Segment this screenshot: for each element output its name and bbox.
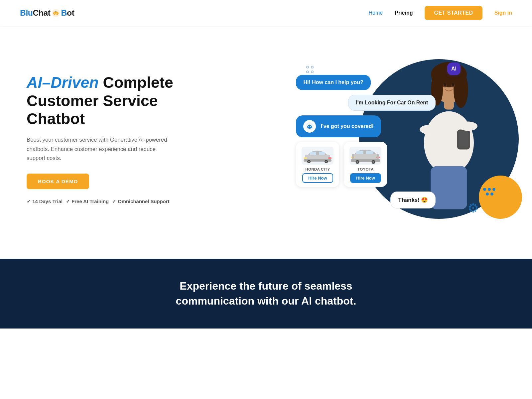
svg-point-34 bbox=[326, 161, 327, 163]
chat-bubbles-container: Hi! How can I help you? I'm Looking For … bbox=[296, 75, 436, 213]
nav-links: Home Pricing GET STARTED Sign in bbox=[369, 6, 512, 20]
book-demo-button[interactable]: BOOK A DEMO bbox=[27, 174, 89, 189]
dot-3 bbox=[306, 70, 309, 73]
blue-dots-decoration bbox=[483, 188, 495, 196]
dot-2 bbox=[311, 66, 314, 68]
sign-in-button[interactable]: Sign in bbox=[494, 10, 512, 16]
badge-training: ✓ Free AI Training bbox=[66, 199, 109, 204]
hero-badges: ✓ 14 Days Trial ✓ Free AI Training ✓ Omn… bbox=[27, 199, 200, 204]
bubble-covered-text: I've got you covered! bbox=[321, 123, 373, 129]
svg-rect-35 bbox=[310, 152, 316, 155]
hero-right: AI bbox=[260, 56, 512, 222]
svg-point-2 bbox=[54, 13, 55, 14]
svg-rect-37 bbox=[304, 157, 307, 159]
toyota-car-image bbox=[349, 147, 381, 165]
svg-point-20 bbox=[444, 83, 446, 86]
svg-point-44 bbox=[373, 161, 375, 163]
nav-pricing[interactable]: Pricing bbox=[395, 10, 413, 16]
chat-bubble-covered: I've got you covered! bbox=[296, 115, 381, 137]
svg-rect-26 bbox=[309, 128, 310, 128]
car-card-honda: HONDA CITY Hire Now bbox=[296, 142, 339, 187]
svg-rect-15 bbox=[459, 131, 468, 148]
car-card-toyota: TOYOTA Hire Now bbox=[344, 142, 387, 187]
logo[interactable]: BluChat Bot bbox=[20, 8, 74, 18]
chat-bubble-user: I'm Looking For Car On Rent bbox=[348, 95, 436, 111]
logo-robot-icon bbox=[51, 8, 61, 18]
navbar: BluChat Bot Home Pricing GET STARTED Sig… bbox=[0, 0, 532, 26]
badge-trial: ✓ 14 Days Trial bbox=[27, 199, 63, 204]
svg-rect-13 bbox=[431, 166, 467, 209]
honda-car-image bbox=[302, 147, 333, 165]
footer-banner-text: Experience the future of seamless commun… bbox=[150, 279, 382, 309]
chat-bubble-thanks: Thanks! 😍 bbox=[390, 192, 436, 208]
hero-title-highlight: AI–Driven bbox=[27, 74, 99, 91]
footer-banner: Experience the future of seamless commun… bbox=[0, 259, 532, 329]
svg-point-25 bbox=[310, 126, 311, 127]
dot-1 bbox=[306, 66, 309, 68]
svg-point-6 bbox=[55, 11, 56, 12]
dot-4 bbox=[311, 70, 314, 73]
hero-left: AI–Driven CompleteCustomer Service Chatb… bbox=[27, 73, 200, 204]
svg-rect-46 bbox=[366, 151, 373, 154]
bubble-greeting-text: Hi! How can I help you? bbox=[303, 79, 363, 85]
svg-point-24 bbox=[309, 126, 310, 127]
svg-point-3 bbox=[56, 13, 57, 14]
hero-title: AI–Driven CompleteCustomer Service Chatb… bbox=[27, 73, 200, 128]
dots-decoration-top bbox=[306, 66, 314, 73]
logo-chat: Chat bbox=[33, 8, 50, 18]
get-started-button[interactable]: GET STARTED bbox=[425, 6, 482, 20]
gear-symbol: ⚙ bbox=[467, 201, 479, 215]
hero-section: AI–Driven CompleteCustomer Service Chatb… bbox=[0, 26, 532, 259]
ai-badge: AI bbox=[447, 63, 461, 75]
badge-support: ✓ Omnichannel Support bbox=[112, 199, 170, 204]
svg-point-33 bbox=[308, 161, 310, 163]
logo-bot-b: B bbox=[61, 8, 67, 18]
svg-point-21 bbox=[452, 83, 454, 86]
svg-rect-45 bbox=[356, 151, 363, 154]
gear-icon: ⚙ bbox=[467, 200, 479, 215]
svg-point-43 bbox=[357, 161, 359, 163]
svg-point-28 bbox=[309, 124, 310, 125]
bot-avatar bbox=[303, 120, 316, 133]
nav-home[interactable]: Home bbox=[369, 10, 383, 16]
logo-bot-ot: ot bbox=[67, 8, 74, 18]
svg-rect-38 bbox=[328, 157, 332, 159]
hero-description: Boost your customer service with Generat… bbox=[27, 135, 170, 163]
toyota-hire-button[interactable]: Hire Now bbox=[350, 173, 381, 183]
car-cards-container: HONDA CITY Hire Now bbox=[296, 142, 387, 187]
bubble-user-text: I'm Looking For Car On Rent bbox=[356, 100, 428, 105]
svg-rect-36 bbox=[319, 152, 325, 155]
svg-rect-11 bbox=[444, 100, 454, 110]
honda-car-name: HONDA CITY bbox=[301, 167, 334, 171]
logo-blu: Blu bbox=[20, 8, 33, 18]
svg-rect-50 bbox=[377, 154, 379, 159]
chat-bubble-greeting: Hi! How can I help you? bbox=[296, 75, 370, 90]
svg-point-9 bbox=[454, 71, 468, 108]
toyota-car-name: TOYOTA bbox=[349, 167, 382, 171]
ai-badge-label: AI bbox=[451, 66, 457, 71]
svg-rect-4 bbox=[55, 14, 57, 15]
svg-rect-49 bbox=[352, 154, 354, 159]
honda-hire-button[interactable]: Hire Now bbox=[302, 173, 333, 183]
svg-rect-40 bbox=[351, 159, 380, 162]
svg-point-17 bbox=[459, 122, 477, 131]
bubble-thanks-text: Thanks! 😍 bbox=[398, 197, 428, 203]
